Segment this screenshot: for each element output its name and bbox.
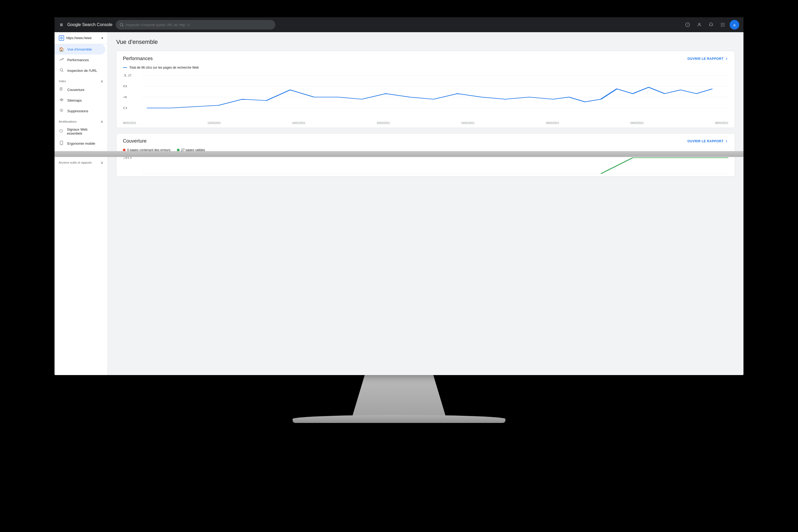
property-selector[interactable]: https://www.//wwe ▾ xyxy=(55,32,108,44)
home-icon: 🏠 xyxy=(59,47,64,52)
svg-rect-26 xyxy=(62,99,63,100)
svg-rect-23 xyxy=(60,99,61,100)
imac-stand xyxy=(346,367,452,420)
svg-point-11 xyxy=(721,26,722,26)
svg-text:0: 0 xyxy=(123,107,128,110)
couverture-chevron-right-icon xyxy=(725,139,728,143)
performances-legend-text: Total de 96 clics sur les pages de reche… xyxy=(129,66,199,70)
logo-area: Google Search Console xyxy=(67,22,113,27)
legend-blue-dot xyxy=(123,67,127,68)
sidebar-item-core-web-vitals[interactable]: Signaux Web essentiels xyxy=(55,125,105,138)
svg-point-4 xyxy=(699,23,700,25)
sidebar-item-suppressions[interactable]: Suppressions xyxy=(55,106,105,116)
trending-icon xyxy=(59,57,64,62)
anciens-section-header[interactable]: Anciens outils et rapports ∨ xyxy=(55,157,108,166)
svg-point-13 xyxy=(724,26,725,26)
index-chevron-icon: ∧ xyxy=(100,79,103,83)
svg-text:8: 8 xyxy=(123,85,128,88)
couverture-open-report-button[interactable]: OUVRIR LE RAPPORT xyxy=(687,139,728,143)
notifications-button[interactable] xyxy=(706,20,716,30)
account-button[interactable] xyxy=(695,20,704,30)
svg-point-12 xyxy=(722,26,723,26)
performances-card-title: Performances xyxy=(123,56,153,61)
performances-card-header: Performances OUVRIR LE RAPPORT xyxy=(116,51,735,65)
index-section-label: Index xyxy=(59,79,66,83)
search-bar[interactable] xyxy=(116,20,275,30)
suppressions-icon xyxy=(59,108,64,114)
sidebar-item-sitemaps[interactable]: Sitemaps xyxy=(55,95,105,106)
svg-point-36 xyxy=(61,144,62,145)
apps-icon xyxy=(720,22,725,27)
sidebar-item-performances-label: Performances xyxy=(67,58,89,62)
couverture-card-title: Couverture xyxy=(123,138,147,144)
ameliorations-section-label: Améliorations xyxy=(59,120,77,123)
sidebar-item-overview-label: Vue d'ensemble xyxy=(67,48,92,51)
sidebar-item-url-inspection[interactable]: Inspection de l'URL xyxy=(55,65,105,76)
search-icon xyxy=(119,23,124,27)
sidebar-item-couverture[interactable]: Couverture xyxy=(55,84,105,95)
monitor-bottom-bezel xyxy=(55,151,743,157)
performances-legend: Total de 96 clics sur les pages de reche… xyxy=(116,65,735,73)
sidebar: https://www.//wwe ▾ 🏠 Vue d'ensemble xyxy=(55,32,108,375)
svg-point-6 xyxy=(722,23,723,24)
svg-text:12: 12 xyxy=(123,74,132,77)
content-area: Vue d'ensemble Performances OUVRIR LE RA… xyxy=(108,32,743,375)
sidebar-item-mobile-usability[interactable]: Ergonomie mobile xyxy=(55,138,105,149)
svg-point-9 xyxy=(722,24,723,25)
search-nav-icon xyxy=(59,68,64,73)
svg-text:?: ? xyxy=(687,23,689,26)
property-dropdown-arrow: ▾ xyxy=(101,36,103,40)
app-title: Google Search Console xyxy=(67,22,113,27)
topbar: ≡ Google Search Console ? xyxy=(55,17,743,32)
search-input[interactable] xyxy=(126,23,271,27)
sidebar-item-sitemaps-label: Sitemaps xyxy=(67,98,82,102)
couverture-chart-svg: 30 xyxy=(123,155,728,176)
sidebar-item-suppressions-label: Suppressions xyxy=(67,109,88,113)
index-section-header[interactable]: Index ∧ xyxy=(55,76,108,84)
svg-point-5 xyxy=(721,23,722,24)
svg-point-8 xyxy=(721,24,722,25)
sidebar-item-url-inspection-label: Inspection de l'URL xyxy=(67,69,97,73)
performances-x-labels: 08/02/2021 12/02/2021 16/02/2021 20/02/2… xyxy=(116,120,735,128)
account-icon xyxy=(697,22,702,27)
bell-icon xyxy=(709,22,714,27)
performances-card: Performances OUVRIR LE RAPPORT Total de … xyxy=(116,51,735,128)
svg-rect-25 xyxy=(61,100,62,101)
main-layout: https://www.//wwe ▾ 🏠 Vue d'ensemble xyxy=(55,32,743,375)
imac-base xyxy=(292,415,506,423)
performances-open-report-button[interactable]: OUVRIR LE RAPPORT xyxy=(687,57,728,61)
ameliorations-section-header[interactable]: Améliorations ∧ xyxy=(55,116,108,125)
couverture-icon xyxy=(59,87,64,92)
hamburger-icon[interactable]: ≡ xyxy=(59,21,64,29)
anciens-section-label: Anciens outils et rapports xyxy=(59,161,92,164)
svg-point-17 xyxy=(60,69,62,71)
sidebar-item-performances[interactable]: Performances xyxy=(55,55,105,65)
mobile-icon xyxy=(59,141,64,146)
help-button[interactable]: ? xyxy=(683,20,692,30)
svg-rect-24 xyxy=(61,98,62,99)
svg-point-0 xyxy=(120,23,122,26)
page-title: Vue d'ensemble xyxy=(116,39,735,45)
core-web-vitals-icon xyxy=(59,129,64,134)
couverture-card-header: Couverture OUVRIR LE RAPPORT xyxy=(116,134,735,147)
browser-window: ≡ Google Search Console ? xyxy=(55,17,743,375)
topbar-icons: ? xyxy=(683,20,739,30)
svg-text:4: 4 xyxy=(123,96,128,99)
svg-line-18 xyxy=(62,71,63,72)
couverture-chart: 30 xyxy=(116,155,735,176)
apps-button[interactable] xyxy=(718,20,727,30)
performances-chart-svg: 12 8 4 0 xyxy=(123,73,728,115)
chevron-right-icon xyxy=(725,57,728,61)
svg-point-10 xyxy=(724,24,725,25)
user-avatar[interactable]: a xyxy=(730,20,739,30)
sidebar-item-mobile-usability-label: Ergonomie mobile xyxy=(67,141,95,146)
property-url: https://www.//wwe xyxy=(66,36,99,40)
globe-icon xyxy=(60,36,63,40)
property-icon xyxy=(59,35,64,41)
sidebar-item-overview[interactable]: 🏠 Vue d'ensemble xyxy=(55,44,105,55)
sitemaps-icon xyxy=(59,98,64,103)
help-icon: ? xyxy=(685,22,690,27)
svg-point-7 xyxy=(724,23,725,24)
sidebar-item-couverture-label: Couverture xyxy=(67,88,84,92)
sidebar-item-core-web-vitals-label: Signaux Web essentiels xyxy=(67,128,101,135)
